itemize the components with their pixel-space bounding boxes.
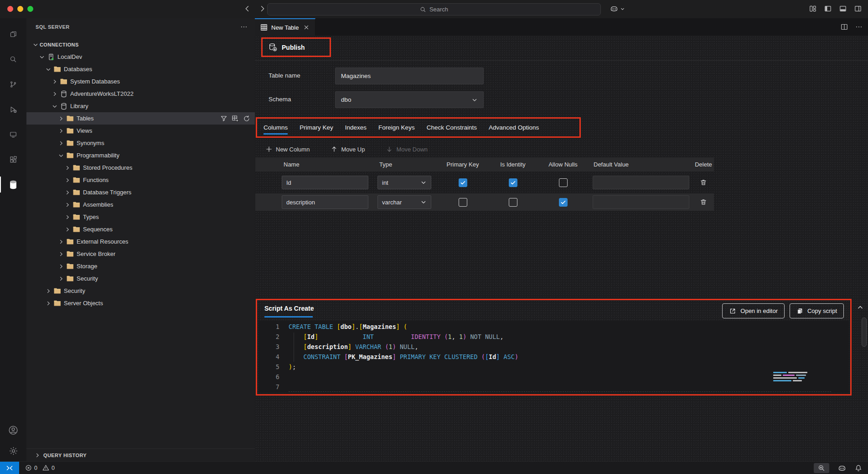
column-name-input[interactable] — [282, 195, 368, 209]
activity-item-account[interactable] — [8, 425, 18, 435]
tree-item-assemblies[interactable]: Assemblies — [26, 198, 255, 211]
forward-arrow-icon[interactable] — [259, 5, 266, 12]
tree-item-external-resources[interactable]: External Resources — [26, 235, 255, 248]
customize-layout-icon[interactable] — [809, 5, 816, 12]
more-actions-icon[interactable] — [240, 23, 248, 31]
activity-item-explorer[interactable] — [0, 21, 26, 47]
designer-tab-columns[interactable]: Columns — [258, 119, 294, 136]
copilot-icon[interactable] — [838, 464, 846, 472]
chevron-right-icon[interactable] — [57, 263, 65, 270]
chevron-up-icon[interactable] — [857, 304, 864, 311]
primary-key-checkbox[interactable] — [459, 178, 467, 187]
activity-item-sql-server[interactable] — [0, 172, 26, 197]
activity-item-source-control[interactable] — [0, 72, 26, 97]
chevron-right-icon[interactable] — [63, 202, 72, 208]
new-table-icon[interactable] — [232, 115, 239, 122]
tree-item-tables[interactable]: Tables — [26, 112, 255, 125]
tree-item-synonyms[interactable]: Synonyms — [26, 137, 255, 149]
designer-tab-indexes[interactable]: Indexes — [339, 119, 372, 136]
chevron-right-icon[interactable] — [57, 276, 65, 282]
activity-item-search[interactable] — [0, 47, 26, 72]
scrollbar-thumb[interactable] — [862, 318, 867, 347]
split-editor-icon[interactable] — [841, 23, 848, 31]
chevron-down-icon[interactable] — [37, 54, 46, 60]
chevron-down-icon[interactable] — [31, 42, 40, 48]
column-name-input[interactable] — [282, 176, 368, 189]
tree-item-localdev[interactable]: LocalDev — [26, 51, 255, 63]
chevron-down-icon[interactable] — [44, 66, 52, 73]
activity-item-run-debug[interactable] — [0, 97, 26, 122]
is-identity-checkbox[interactable] — [509, 198, 517, 207]
query-history-section[interactable]: QUERY HISTORY — [26, 448, 255, 461]
chevron-right-icon[interactable] — [57, 140, 65, 146]
tree-item-library[interactable]: Library — [26, 100, 255, 112]
tree-item-adventureworkslt2022[interactable]: AdventureWorksLT2022 — [26, 88, 255, 100]
tree-item-connections[interactable]: CONNECTIONS — [26, 38, 255, 51]
designer-tab-primary-key[interactable]: Primary Key — [294, 119, 339, 136]
tree-item-views[interactable]: Views — [26, 125, 255, 137]
chevron-right-icon[interactable] — [63, 165, 72, 171]
tab-new-table[interactable]: New Table — [255, 18, 315, 36]
status-zoom-in[interactable] — [814, 463, 829, 473]
tree-item-service-broker[interactable]: Service Broker — [26, 248, 255, 260]
table-name-input[interactable] — [336, 73, 483, 79]
activity-item-extensions[interactable] — [0, 147, 26, 172]
tree-item-sequences[interactable]: Sequences — [26, 223, 255, 235]
publish-button[interactable]: Publish — [263, 39, 311, 56]
chevron-right-icon[interactable] — [57, 251, 65, 257]
schema-select[interactable]: dbo — [335, 91, 484, 108]
tree-item-types[interactable]: Types — [26, 211, 255, 223]
chevron-right-icon[interactable] — [57, 239, 65, 245]
chevron-right-icon[interactable] — [44, 300, 52, 307]
tree-item-databases[interactable]: Databases — [26, 63, 255, 75]
command-center-search[interactable]: Search — [267, 3, 601, 16]
new-column-button[interactable]: New Column — [263, 145, 312, 153]
remote-indicator[interactable] — [0, 462, 19, 474]
chevron-right-icon[interactable] — [50, 91, 59, 97]
activity-item-remote-explorer[interactable] — [0, 122, 26, 147]
designer-tab-foreign-keys[interactable]: Foreign Keys — [372, 119, 421, 136]
allow-nulls-checkbox[interactable] — [559, 198, 568, 207]
script-code-editor[interactable]: 1CREATE TABLE [dbo].[Magazines] (2 [Id] … — [258, 321, 849, 393]
chevron-right-icon[interactable] — [63, 177, 72, 183]
window-close-button[interactable] — [7, 6, 13, 12]
activity-item-settings-gear[interactable] — [9, 446, 18, 456]
delete-column-button[interactable] — [693, 198, 714, 206]
window-minimize-button[interactable] — [17, 6, 23, 12]
more-actions-icon[interactable] — [855, 23, 863, 31]
chevron-right-icon[interactable] — [63, 214, 72, 220]
copilot-menu[interactable] — [610, 5, 625, 13]
tree-item-database-triggers[interactable]: Database Triggers — [26, 186, 255, 198]
panel-bottom-icon[interactable] — [839, 5, 847, 12]
chevron-down-icon[interactable] — [50, 103, 59, 109]
move-up-button[interactable]: Move Up — [328, 145, 367, 153]
tree-item-security[interactable]: Security — [26, 285, 255, 297]
delete-column-button[interactable] — [693, 178, 714, 187]
back-arrow-icon[interactable] — [243, 5, 251, 12]
allow-nulls-checkbox[interactable] — [559, 178, 568, 187]
tree-item-security[interactable]: Security — [26, 272, 255, 285]
filter-icon[interactable] — [220, 115, 227, 122]
default-value-input[interactable] — [593, 176, 689, 189]
tree-item-stored-procedures[interactable]: Stored Procedures — [26, 161, 255, 174]
chevron-right-icon[interactable] — [63, 226, 72, 233]
panel-right-icon[interactable] — [854, 5, 862, 12]
tree-item-functions[interactable]: Functions — [26, 174, 255, 186]
open-in-editor-button[interactable]: Open in editor — [722, 303, 785, 318]
chevron-right-icon[interactable] — [63, 189, 72, 196]
column-type-select[interactable]: int — [377, 176, 431, 189]
column-type-select[interactable]: varchar — [377, 195, 431, 209]
is-identity-checkbox[interactable] — [509, 178, 517, 187]
primary-key-checkbox[interactable] — [459, 198, 467, 207]
tree-item-programmability[interactable]: Programmability — [26, 149, 255, 161]
tree-item-server-objects[interactable]: Server Objects — [26, 297, 255, 309]
problems-indicator[interactable]: 0 0 — [25, 464, 57, 471]
copy-script-button[interactable]: Copy script — [790, 303, 844, 318]
refresh-icon[interactable] — [243, 115, 250, 122]
chevron-right-icon[interactable] — [57, 115, 65, 122]
chevron-right-icon[interactable] — [44, 288, 52, 294]
script-tab-label[interactable]: Script As Create — [264, 305, 314, 312]
chevron-right-icon[interactable] — [57, 128, 65, 134]
chevron-right-icon[interactable] — [50, 78, 59, 85]
panel-left-icon[interactable] — [824, 5, 832, 12]
